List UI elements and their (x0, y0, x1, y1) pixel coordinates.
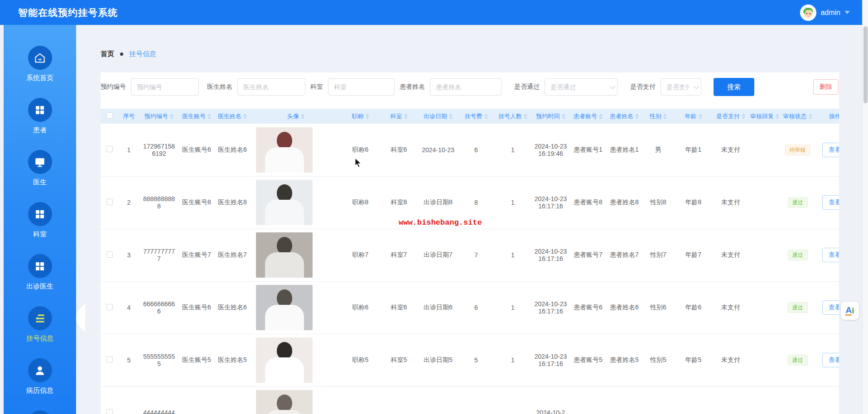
column-header[interactable]: 医生账号 (179, 109, 214, 124)
sidebar-item[interactable]: 系统首页 (4, 46, 76, 98)
breadcrumb-home[interactable]: 首页 (101, 50, 114, 58)
column-header[interactable]: 患者姓名 (606, 109, 642, 124)
cell-visit-date: 出诊日期6 (418, 281, 458, 334)
column-header[interactable]: 预约编号 (139, 109, 179, 124)
sidebar-item[interactable]: 患者 (4, 98, 76, 150)
sort-carets-icon[interactable] (404, 114, 408, 119)
cell-people-count: 1 (494, 124, 531, 176)
column-header[interactable]: 医生姓名 (214, 109, 251, 124)
sort-carets-icon[interactable] (599, 114, 603, 119)
sort-carets-icon[interactable] (449, 114, 453, 119)
row-checkbox[interactable] (106, 356, 113, 363)
paid-select[interactable] (661, 78, 701, 96)
sidebar-item[interactable]: 挂号信息 (4, 306, 76, 358)
cell-review-status: 通过 (781, 334, 815, 386)
column-header[interactable]: 头像 (251, 109, 341, 124)
row-checkbox[interactable] (106, 146, 113, 152)
sort-carets-icon[interactable] (742, 114, 745, 119)
sort-carets-icon[interactable] (663, 114, 667, 119)
user-menu[interactable]: admin (800, 0, 850, 25)
column-header[interactable]: 患者账号 (570, 109, 606, 124)
cell-title: 职称5 (341, 334, 380, 386)
view-button[interactable]: 查看 (822, 248, 839, 262)
vertical-scrollbar[interactable] (862, 0, 868, 414)
column-label: 序号 (123, 113, 135, 120)
user-avatar[interactable] (800, 5, 816, 21)
sort-carets-icon[interactable] (366, 114, 369, 119)
cell-index: 1 (119, 124, 139, 176)
view-button[interactable]: 查看 (822, 300, 839, 315)
ai-assistant-button[interactable]: Ai (841, 302, 859, 320)
sort-carets-icon[interactable] (699, 114, 702, 119)
cell-department: 科室5 (380, 334, 418, 386)
column-header[interactable]: 是否支付 (713, 109, 749, 124)
column-header[interactable]: 科室 (380, 109, 418, 124)
column-header[interactable]: 审核状态 (781, 109, 815, 124)
view-button[interactable]: 查看 (822, 143, 839, 157)
cell-actions: 查看 (815, 176, 839, 229)
cell-actions: 查看 (815, 334, 839, 386)
cell-gender (642, 386, 674, 414)
sidebar-item-icon (34, 313, 46, 324)
view-button[interactable]: 查看 (822, 195, 839, 210)
sidebar-item[interactable] (4, 410, 76, 414)
column-header[interactable]: 出诊日期 (418, 109, 458, 124)
sidebar-item[interactable]: 病历信息 (4, 358, 76, 410)
column-header[interactable]: 挂号费 (458, 109, 494, 124)
sort-carets-icon[interactable] (243, 114, 247, 119)
cell-booking-time: 2024-10-2 (531, 386, 570, 414)
table-body: 1 1729671586192 医生账号6 医生姓名6 职称6 科室6 2024… (101, 124, 839, 414)
column-header[interactable]: 挂号人数 (494, 109, 531, 124)
sort-carets-icon[interactable] (207, 114, 211, 119)
column-header[interactable]: 审核回复 (749, 109, 781, 124)
cell-booking-no: 1729671586192 (139, 124, 179, 176)
sidebar-item-label: 医生 (4, 178, 76, 187)
cell-avatar (251, 124, 341, 176)
select-all-header (101, 109, 119, 124)
sort-carets-icon[interactable] (170, 114, 174, 119)
cell-gender: 男 (642, 124, 674, 176)
row-checkbox[interactable] (106, 251, 113, 258)
sort-carets-icon[interactable] (562, 114, 565, 119)
column-header[interactable]: 预约时间 (531, 109, 570, 124)
cell-people-count: 1 (494, 176, 531, 229)
sidebar-item-label: 挂号信息 (4, 334, 76, 343)
sort-carets-icon[interactable] (301, 114, 304, 119)
cell-avatar (251, 229, 341, 281)
cell-fee: 6 (458, 124, 494, 176)
sidebar-item[interactable]: 医生 (4, 150, 76, 202)
scrollbar-thumb[interactable] (863, 26, 868, 103)
row-checkbox[interactable] (106, 199, 113, 205)
user-icon (34, 365, 46, 376)
cell-doctor-name: 医生姓名6 (214, 281, 251, 334)
sort-carets-icon[interactable] (484, 114, 488, 119)
sort-carets-icon[interactable] (635, 114, 639, 119)
sidebar-item[interactable]: 科室 (4, 202, 76, 254)
approved-select[interactable] (545, 78, 617, 96)
patient-name-input[interactable] (430, 78, 502, 96)
column-header[interactable]: 性别 (642, 109, 674, 124)
view-button[interactable]: 查看 (822, 353, 839, 367)
column-header[interactable]: 序号 (119, 109, 139, 124)
sort-carets-icon[interactable] (524, 114, 527, 119)
column-header[interactable]: 年龄 (674, 109, 713, 124)
cell-fee: 7 (458, 229, 494, 281)
booking-no-input[interactable] (131, 78, 199, 96)
doctor-name-input[interactable] (237, 78, 305, 96)
row-checkbox[interactable] (106, 304, 113, 310)
sort-carets-icon[interactable] (809, 114, 812, 119)
cell-paid: 未支付 (713, 281, 749, 334)
cell-patient-account: 患者账号1 (570, 124, 606, 176)
column-label: 审核回复 (750, 113, 774, 120)
sort-carets-icon[interactable] (776, 114, 779, 119)
row-checkbox[interactable] (106, 409, 113, 414)
sidebar-item[interactable]: 出诊医生 (4, 254, 76, 306)
filter-doctor-name: 医生姓名 (207, 78, 305, 96)
cell-department (380, 386, 418, 414)
search-button[interactable]: 搜索 (714, 78, 754, 96)
department-input[interactable] (328, 78, 395, 96)
column-header[interactable]: 职称 (341, 109, 380, 124)
column-header[interactable]: 操作 (815, 109, 839, 124)
select-all-checkbox[interactable] (106, 112, 113, 119)
delete-button[interactable]: 删除 (813, 79, 839, 95)
